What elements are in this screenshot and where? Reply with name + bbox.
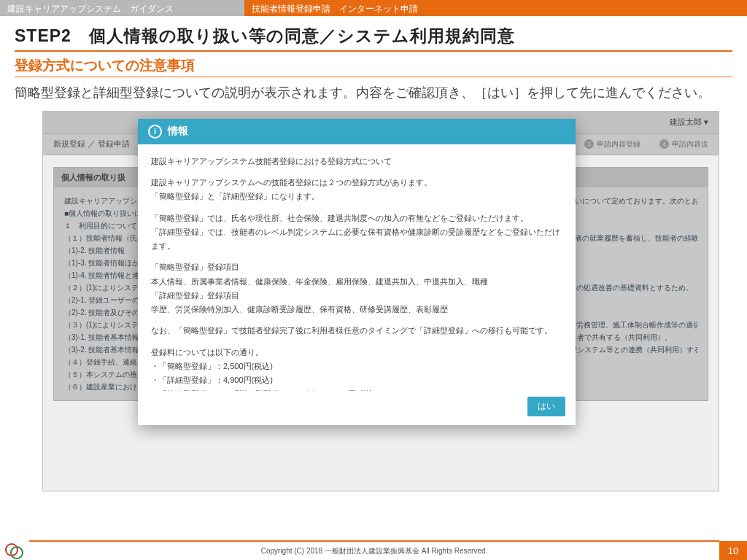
- step-label: 申請内容送: [672, 140, 708, 148]
- info-modal: i 情報 建設キャリアアップシステム技能者登録における登録方式について建設キャリ…: [138, 119, 576, 425]
- modal-body: 建設キャリアアップシステム技能者登録における登録方式について建設キャリアアップシ…: [138, 144, 576, 391]
- modal-paragraph: 「簡略型登録」登録項目 本人情報、所属事業者情報、健康保険、年金保険、雇用保険、…: [151, 260, 562, 316]
- yes-button[interactable]: はい: [527, 397, 565, 416]
- page-number: 10: [719, 541, 747, 560]
- embedded-screenshot: 建設太郎 ▾ 新規登録 ／ 登録申請 1利用規約同意 3申請内容登録 4申請内容…: [42, 111, 719, 491]
- breadcrumb: 新規登録 ／ 登録申請: [53, 139, 130, 149]
- modal-paragraph: 建設キャリアアップシステムへの技能者登録には２つの登録方式があります。 「簡略型…: [151, 176, 562, 204]
- topbar-left: 建設キャリアアップシステム ガイダンス: [0, 0, 244, 16]
- topbar-right: 技能者情報登録申請 インターネット申請: [244, 0, 747, 16]
- step-num-icon: 3: [584, 139, 594, 149]
- step-label: 申請内容登録: [597, 140, 640, 148]
- modal-paragraph: 「簡略型登録」では、氏名や現住所、社会保険、建退共制度への加入の有無などをご登録…: [151, 211, 562, 254]
- modal-paragraph: なお、「簡略型登録」で技能者登録完了後に利用者様任意のタイミングで「詳細型登録」…: [151, 324, 562, 338]
- modal-title: 情報: [168, 125, 188, 138]
- footer-logo: [0, 541, 29, 560]
- lead-text: 簡略型登録と詳細型登録についての説明が表示されます。内容をご確認頂き、［はい］を…: [15, 83, 732, 104]
- wizard-step: 4申請内容送: [659, 139, 708, 149]
- wizard-step: 3申請内容登録: [584, 139, 640, 149]
- modal-paragraph: 登録料については以下の通り。 ・「簡略型登録」：2,500円(税込) ・「詳細型…: [151, 346, 562, 391]
- modal-paragraph: 建設キャリアアップシステム技能者登録における登録方式について: [151, 155, 562, 168]
- top-bar: 建設キャリアアップシステム ガイダンス 技能者情報登録申請 インターネット申請: [0, 0, 747, 16]
- page-footer: Copyright (C) 2018 一般財団法人建設業振興基金 All Rig…: [0, 541, 747, 560]
- sub-title: 登録方式についての注意事項: [15, 56, 732, 77]
- info-icon: i: [148, 125, 162, 139]
- copyright: Copyright (C) 2018 一般財団法人建設業振興基金 All Rig…: [29, 540, 719, 560]
- step-num-icon: 4: [659, 139, 669, 149]
- modal-footer: はい: [138, 391, 576, 425]
- step-title: STEP2 個人情報の取り扱い等の同意／システム利用規約同意: [15, 25, 732, 52]
- user-menu[interactable]: 建設太郎 ▾: [670, 117, 708, 128]
- modal-header: i 情報: [138, 119, 576, 144]
